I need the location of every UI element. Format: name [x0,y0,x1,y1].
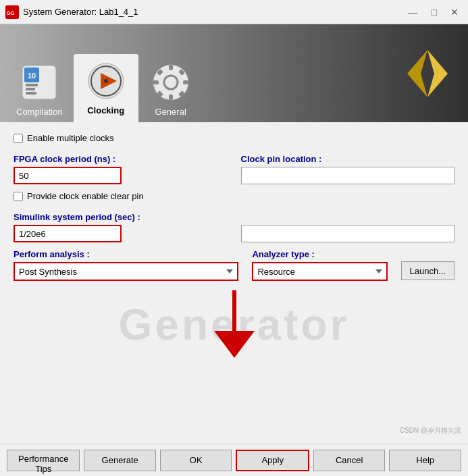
window-controls: — □ ✕ [405,5,463,19]
simulink-period-extra-input[interactable] [241,225,455,242]
svg-rect-17 [183,80,188,84]
bottombar: Performance Tips Generate OK Apply Cance… [0,444,468,476]
provide-clock-label: Provide clock enable clear pin [27,191,144,201]
simulink-period-label: Simulink system period (sec) : [14,212,228,222]
simulink-period-group: Simulink system period (sec) : [14,212,228,242]
perform-analysis-label: Perform analysis : [14,249,238,259]
maximize-button[interactable]: □ [427,5,441,19]
tab-general[interactable]: General [138,55,203,122]
arrow-area: Generator [14,288,454,362]
svg-marker-25 [214,331,255,358]
tab-compilation[interactable]: 10 Compilation [5,55,74,122]
analyzer-type-label: Analyzer type : [252,249,387,259]
svg-rect-7 [26,92,36,95]
performance-tips-button[interactable]: Performance Tips [7,450,80,471]
tab-clocking[interactable]: Clocking [74,54,138,122]
cancel-button[interactable]: Cancel [313,450,386,471]
fpga-clock-row: FPGA clock period (ns) : Clock pin locat… [14,154,454,184]
svg-text:SG: SG [7,10,15,16]
svg-rect-5 [26,84,38,86]
fpga-clock-group: FPGA clock period (ns) : [14,154,228,184]
titlebar: SG System Generator: Lab1_4_1 — □ ✕ [0,0,468,24]
launch-button[interactable]: Launch... [401,261,455,280]
tabbar: 10 Compilation Clocking [0,24,468,122]
provide-clock-checkbox[interactable] [14,192,23,201]
analyzer-type-group: Analyzer type : Resource Timing [252,249,387,281]
clock-pin-label: Clock pin location : [241,154,455,164]
enable-multiple-clocks-checkbox[interactable] [14,134,23,143]
ok-button[interactable]: OK [160,450,232,471]
red-arrow-indicator [214,290,255,360]
analysis-row: Perform analysis : Post Synthesis None P… [14,249,454,281]
svg-rect-16 [153,80,159,84]
general-icon [149,61,192,104]
help-button[interactable]: Help [389,450,461,471]
close-button[interactable]: ✕ [446,5,463,19]
app-icon: SG [5,5,19,19]
svg-point-11 [104,79,108,83]
analyzer-type-select[interactable]: Resource Timing [252,262,387,281]
clocking-icon [84,59,128,103]
perform-analysis-select[interactable]: Post Synthesis None Post Implementation [14,262,238,281]
svg-text:10: 10 [28,72,36,80]
xilinx-logo [400,47,454,101]
svg-marker-23 [407,50,427,97]
tab-list: 10 Compilation Clocking [5,54,203,122]
simulink-period-row: Simulink system period (sec) : [14,212,454,242]
tab-compilation-label: Compilation [16,107,63,117]
simulink-period-input[interactable] [14,225,122,242]
generate-button[interactable]: Generate [84,450,156,471]
enable-multiple-clocks-label: Enable multiple clocks [27,133,114,143]
svg-rect-6 [26,88,35,90]
clock-pin-input[interactable] [241,167,455,184]
main-content: Enable multiple clocks FPGA clock period… [0,122,468,444]
provide-clock-row: Provide clock enable clear pin [14,191,454,201]
window-title: System Generator: Lab1_4_1 [23,7,405,17]
compilation-icon: 10 [18,61,61,104]
tab-clocking-label: Clocking [87,105,124,115]
minimize-button[interactable]: — [405,5,422,19]
fpga-clock-input[interactable] [14,167,122,184]
svg-marker-22 [427,50,448,97]
clock-pin-group: Clock pin location : [241,154,455,184]
perform-analysis-group: Perform analysis : Post Synthesis None P… [14,249,238,281]
tab-general-label: General [155,107,186,117]
svg-rect-15 [169,95,173,100]
enable-multiple-clocks-row: Enable multiple clocks [14,133,454,143]
apply-button[interactable]: Apply [236,450,309,471]
fpga-clock-label: FPGA clock period (ns) : [14,154,228,164]
watermark-text: CSDN @岁月指尖流 [400,426,461,435]
simulink-period-extra [241,212,455,242]
svg-rect-14 [169,65,173,70]
